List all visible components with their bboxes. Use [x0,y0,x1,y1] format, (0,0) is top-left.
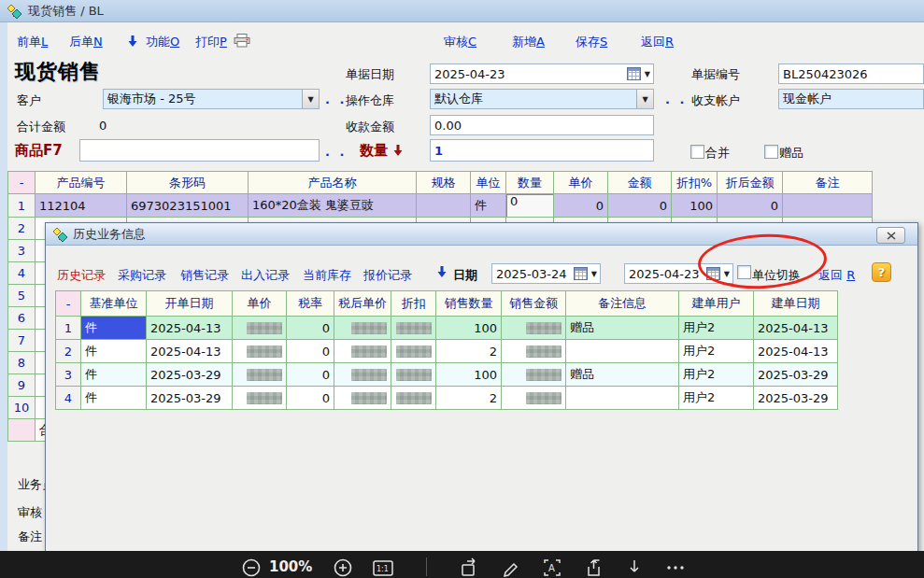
return-button[interactable]: 返回R [641,34,674,50]
warehouse-lookup-button[interactable]: . . [665,92,687,106]
merge-checkbox[interactable] [690,145,704,159]
close-button[interactable] [876,227,905,244]
audit-button[interactable]: 审核C [444,34,476,50]
tab-sales-records[interactable]: 销售记录 [180,267,229,284]
grid-row-header[interactable]: 1 [8,194,36,218]
grid-cell[interactable] [417,194,471,218]
grid-cell[interactable]: 件 [81,317,147,340]
chevron-down-icon[interactable]: ▼ [645,70,650,78]
grid-cell[interactable] [391,363,436,387]
chevron-down-icon[interactable]: ▼ [591,270,597,278]
tab-current-stock[interactable]: 当前库存 [303,267,351,284]
received-amount-input[interactable]: 0.00 [430,115,654,135]
grid-cell[interactable]: 2025-03-29 [754,363,838,387]
function-dropdown-arrow-icon[interactable] [127,35,138,48]
doc-no-field[interactable]: BL250423026 [778,63,924,84]
grid-cell[interactable]: 2 [436,387,502,410]
grid-row-header[interactable]: 3 [56,363,81,387]
product-input[interactable] [79,139,320,162]
grid-cell[interactable] [502,340,566,363]
zoom-out-icon[interactable] [241,557,262,578]
edit-pencil-icon[interactable] [501,557,521,578]
print-button[interactable]: 打印P [195,34,227,50]
doc-date-field[interactable]: 2025-04-23 ▼ [430,63,654,84]
grid-cell[interactable]: 2025-04-13 [147,340,233,363]
grid-cell[interactable]: 100 [436,363,502,387]
grid-cell[interactable] [566,387,679,410]
grid-cell[interactable] [502,317,566,340]
grid-cell[interactable]: 件 [81,363,147,387]
grid-cell[interactable]: 6973023151001 [127,194,249,218]
grid-row-header[interactable] [8,419,36,442]
grid-cell[interactable]: 2025-04-13 [147,317,233,340]
tab-inout-records[interactable]: 出入记录 [241,267,290,284]
pay-account-field[interactable]: 现金帐户 [778,89,924,109]
grid-cell[interactable] [783,194,873,218]
grid-row-header[interactable]: 4 [56,387,81,410]
grid-cell[interactable]: 2 [436,340,502,363]
grid-cell[interactable] [233,363,287,387]
grid-cell[interactable]: 160*20盒装 鬼婆豆豉 [249,194,417,218]
grid-cell[interactable] [391,317,436,340]
zoom-level[interactable]: 100% [269,558,312,575]
tab-quote-records[interactable]: 报价记录 [363,267,412,284]
grid-row-header[interactable]: 10 [8,397,36,419]
download-icon[interactable] [624,557,645,578]
grid-cell[interactable] [391,340,436,363]
grid-cell[interactable] [502,387,566,410]
grid-row-header[interactable]: 4 [8,262,36,285]
date-from-field[interactable]: 2025-03-24 ▼ [491,263,601,284]
prev-order-button[interactable]: 前单L [17,34,48,50]
grid-cell[interactable]: 0 [608,194,672,218]
actual-size-icon[interactable]: 1:1 [372,557,392,578]
grid-cell[interactable]: 赠品 [566,317,679,340]
grid-row-header[interactable]: 2 [8,218,36,240]
grid-cell[interactable]: 赠品 [566,363,679,387]
help-button[interactable]: ? [872,262,891,282]
grid-cell[interactable]: 用户2 [679,340,754,363]
save-button[interactable]: 保存S [576,34,607,50]
grid-cell[interactable]: 100 [672,194,718,218]
grid-cell[interactable]: 件 [81,387,147,410]
grid-cell[interactable] [391,387,436,410]
grid-cell[interactable]: 2025-03-29 [754,387,838,410]
grid-row-header[interactable]: 6 [8,307,36,330]
grid-cell[interactable]: 2025-03-29 [147,363,233,387]
tab-purchase-records[interactable]: 采购记录 [118,267,166,284]
date-dropdown-arrow-icon[interactable] [436,265,448,278]
gift-checkbox[interactable] [764,145,778,159]
dialog-return-button[interactable]: 返回 R [818,267,855,284]
tab-history-records[interactable]: 历史记录 [57,267,106,284]
grid-row-header[interactable]: 1 [56,317,81,340]
grid-cell[interactable]: 件 [81,340,147,363]
grid-cell[interactable]: 0 [287,317,334,340]
share-icon[interactable] [583,557,604,578]
grid-cell[interactable]: 0 [287,387,334,410]
grid-cell[interactable]: 2025-03-29 [147,387,233,410]
function-menu-button[interactable]: 功能O [146,34,179,50]
printer-icon[interactable] [234,34,250,48]
product-lookup-button[interactable]: . . [325,145,347,159]
grid-cell[interactable]: 2025-04-13 [754,317,838,340]
grid-cell[interactable]: 用户2 [679,317,754,340]
grid-cell[interactable] [502,363,566,387]
grid-row-header[interactable]: 9 [8,374,36,397]
grid-row-header[interactable]: 2 [56,340,81,363]
grid-cell[interactable]: 0 [506,194,554,218]
quantity-input[interactable]: 1 [430,139,654,162]
grid-row-header[interactable]: 5 [8,285,36,307]
warehouse-combo[interactable]: 默认仓库 ▼ [430,89,654,109]
grid-cell[interactable] [566,340,679,363]
chevron-down-icon[interactable]: ▼ [636,90,653,108]
customer-combo[interactable]: 银海市场 - 25号 ▼ [103,89,320,109]
grid-cell[interactable]: 用户2 [679,387,754,410]
grid-row-header[interactable]: 3 [8,240,36,262]
grid-cell[interactable]: 0 [287,363,334,387]
more-options-icon[interactable] [665,557,686,578]
grid-cell[interactable] [334,317,391,340]
grid-cell[interactable]: 0 [718,194,783,218]
zoom-in-icon[interactable] [333,557,353,578]
grid-cell[interactable] [233,340,287,363]
grid-cell[interactable] [334,340,391,363]
chevron-down-icon[interactable]: ▼ [302,90,319,108]
